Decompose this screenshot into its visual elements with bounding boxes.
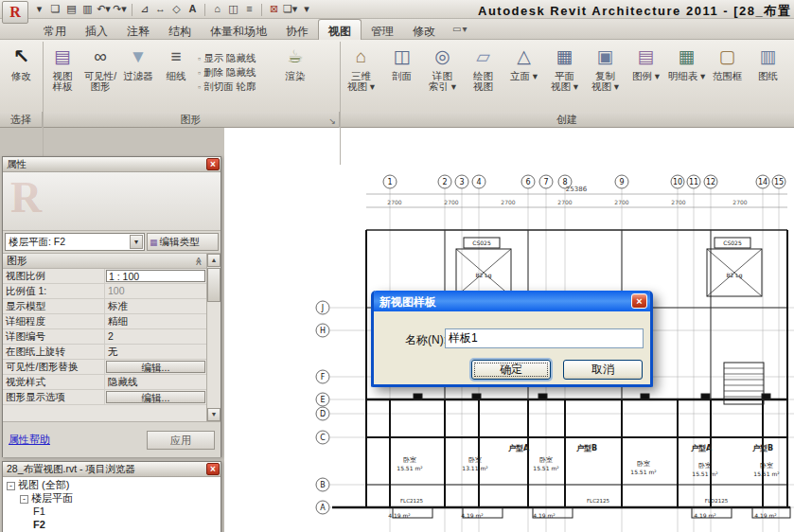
edit-button[interactable]: 编辑... bbox=[106, 361, 205, 373]
sheet-button[interactable]: ▥图纸 bbox=[748, 40, 788, 92]
graphics-buttons: ▤视图 样板∞可见性/ 图形▼过滤器≡细线 bbox=[44, 40, 195, 92]
svg-text:B2 Lg: B2 Lg bbox=[476, 272, 492, 279]
plan-views-button[interactable]: ▦平面 视图 ▾ bbox=[544, 40, 585, 92]
property-row: 详细程度精细 bbox=[3, 314, 206, 329]
type-selector-row: 楼层平面: F2 ▾ ▦ 编辑类型 bbox=[3, 231, 221, 254]
undo-icon[interactable]: ↶▾ bbox=[97, 2, 111, 17]
duplicate-view-button[interactable]: ▣复制 视图 ▾ bbox=[585, 40, 626, 92]
svg-text:15.51 m²: 15.51 m² bbox=[753, 470, 780, 477]
tab-视图[interactable]: 视图 bbox=[318, 19, 362, 40]
aligned-dimension-icon[interactable]: ↔ bbox=[153, 2, 168, 17]
thin-lines-button[interactable]: ≡细线 bbox=[157, 40, 195, 92]
filters-button[interactable]: ▼过滤器 bbox=[119, 40, 157, 92]
elevation-button[interactable]: △立面 ▾ bbox=[503, 40, 544, 92]
tab-插入[interactable]: 插入 bbox=[76, 20, 117, 41]
cancel-button[interactable]: 取消 bbox=[563, 360, 643, 380]
open-icon[interactable]: ❏ bbox=[48, 2, 62, 17]
tab-常用[interactable]: 常用 bbox=[34, 20, 76, 41]
project-browser-title-bar[interactable]: 28_布置视图.rvt - 项目浏览器 × bbox=[3, 462, 221, 477]
tag-icon[interactable]: ◇ bbox=[169, 2, 184, 17]
property-value[interactable]: 1 : 100 bbox=[106, 270, 205, 282]
chevron-down-icon[interactable]: ▾ bbox=[130, 235, 143, 249]
ok-button[interactable]: 确定 bbox=[471, 360, 551, 380]
edit-button[interactable]: 编辑... bbox=[106, 391, 205, 403]
legends-button[interactable]: ▤图例 ▾ bbox=[626, 40, 666, 92]
property-value[interactable]: 编辑... bbox=[105, 390, 206, 404]
tree-collapse-icon[interactable]: - bbox=[20, 495, 28, 504]
tree-item-label: F1 bbox=[33, 505, 45, 517]
app-menu-arrow-icon[interactable]: ▾ bbox=[32, 2, 46, 17]
scope-box-button[interactable]: ▢范围框 bbox=[707, 40, 748, 92]
svg-text:6: 6 bbox=[525, 178, 530, 186]
tree-collapse-icon[interactable]: - bbox=[7, 482, 15, 490]
switch-windows-icon[interactable]: ❏▾ bbox=[283, 2, 297, 17]
text-icon[interactable]: A bbox=[185, 2, 200, 17]
view-templates-icon: ▤ bbox=[54, 43, 71, 71]
property-value[interactable]: 编辑... bbox=[105, 360, 206, 374]
section-header-graphics[interactable]: 图形 ≪ bbox=[3, 254, 206, 269]
edit-type-button[interactable]: ▦ 编辑类型 bbox=[147, 233, 219, 251]
redo-icon[interactable]: ↷▾ bbox=[113, 2, 127, 17]
tree-item[interactable]: F2 bbox=[3, 519, 221, 532]
close-icon[interactable]: × bbox=[206, 158, 220, 170]
three-d-view-button[interactable]: ⌂三维 视图 ▾ bbox=[341, 40, 381, 92]
callout-button[interactable]: ◎详图 索引 ▾ bbox=[422, 40, 463, 92]
properties-help-link[interactable]: 属性帮助 bbox=[9, 433, 50, 447]
save-icon[interactable]: ▤ bbox=[64, 2, 79, 17]
tree-item[interactable]: -视图 (全部) bbox=[3, 479, 221, 492]
toolbar-divider bbox=[204, 4, 205, 16]
drafting-view-button[interactable]: ▱绘图 视图 bbox=[463, 40, 503, 92]
collapse-section-icon[interactable]: ≪ bbox=[193, 257, 203, 265]
properties-scrollbar[interactable]: ▲ ▼ bbox=[206, 254, 221, 421]
dialog-title-bar[interactable]: 新视图样板 × bbox=[374, 291, 650, 311]
property-value[interactable]: 无 bbox=[105, 345, 206, 359]
tab-注释[interactable]: 注释 bbox=[117, 20, 159, 41]
tab-管理[interactable]: 管理 bbox=[362, 20, 403, 41]
view-templates-button[interactable]: ▤视图 样板 bbox=[44, 40, 81, 92]
tree-item[interactable]: F1 bbox=[3, 505, 221, 519]
template-name-input[interactable] bbox=[445, 328, 644, 348]
svg-text:H: H bbox=[320, 327, 326, 335]
section-button[interactable]: ◫剖面 bbox=[381, 40, 422, 92]
property-label: 视觉样式 bbox=[3, 375, 105, 389]
properties-title-bar[interactable]: 属性 × bbox=[3, 157, 221, 172]
print-icon[interactable]: ▥ bbox=[80, 2, 95, 17]
apply-button[interactable]: 应用 bbox=[147, 431, 215, 450]
modify-button[interactable]: ↖ 修改 bbox=[3, 40, 41, 81]
scroll-up-icon[interactable]: ▲ bbox=[207, 254, 221, 267]
tab-体量和场地[interactable]: 体量和场地 bbox=[201, 20, 276, 41]
tab-协作[interactable]: 协作 bbox=[276, 20, 318, 41]
application-button[interactable]: R bbox=[2, 1, 28, 24]
remove-hidden-lines-button[interactable]: ▫删除 隐藏线 bbox=[195, 66, 276, 80]
type-selector[interactable]: 楼层平面: F2 ▾ bbox=[5, 233, 145, 251]
close-icon[interactable]: × bbox=[206, 463, 220, 475]
button-label: 明细表 ▾ bbox=[668, 71, 706, 81]
property-value[interactable]: 标准 bbox=[105, 299, 206, 313]
property-value[interactable]: 精细 bbox=[105, 314, 206, 328]
section-icon[interactable]: ◫ bbox=[226, 2, 240, 17]
thin-lines-icon[interactable]: ≡ bbox=[242, 2, 256, 17]
close-icon[interactable]: × bbox=[631, 293, 647, 309]
show-hidden-lines-button[interactable]: ▫显示 隐藏线 bbox=[195, 52, 276, 65]
cut-profile-button[interactable]: ▫剖切面 轮廓 bbox=[195, 80, 276, 94]
schedules-button[interactable]: ▦明细表 ▾ bbox=[666, 40, 707, 92]
dialog-launcher-icon[interactable]: ↘ bbox=[328, 114, 336, 129]
visibility-graphics-button[interactable]: ∞可见性/ 图形 bbox=[81, 40, 119, 92]
scrollbar-thumb[interactable] bbox=[207, 268, 221, 302]
customize-qat-icon[interactable]: ▾ bbox=[299, 2, 313, 17]
property-value[interactable]: 隐藏线 bbox=[105, 375, 206, 389]
svg-text:B2 Lg: B2 Lg bbox=[727, 272, 743, 279]
property-label: 视图比例 bbox=[3, 269, 105, 283]
measure-icon[interactable]: ⊿ bbox=[137, 2, 151, 17]
render-button[interactable]: ☕渲染 bbox=[276, 40, 314, 81]
scroll-down-icon[interactable]: ▼ bbox=[207, 408, 221, 421]
property-value[interactable]: 100 bbox=[105, 284, 206, 298]
default-3d-view-icon[interactable]: ⌂ bbox=[210, 2, 224, 17]
tab-修改[interactable]: 修改 bbox=[403, 20, 445, 41]
tab-结构[interactable]: 结构 bbox=[159, 20, 201, 41]
property-value[interactable]: 2 bbox=[105, 329, 206, 344]
close-hidden-windows-icon[interactable]: ⊠ bbox=[267, 2, 281, 17]
tree-item[interactable]: -楼层平面 bbox=[3, 492, 221, 505]
properties-footer: 属性帮助 应用 bbox=[3, 422, 221, 457]
minimize-ribbon-icon[interactable]: ▭▾ bbox=[452, 24, 468, 34]
